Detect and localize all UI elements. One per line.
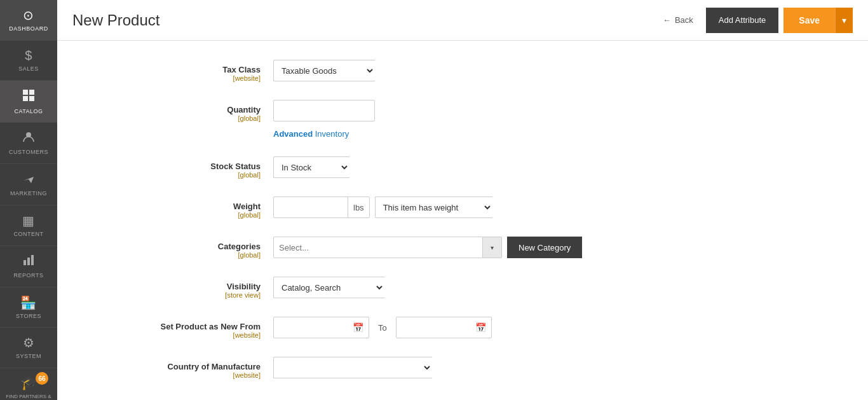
page-title: New Product: [72, 11, 655, 29]
system-icon: ⚙: [23, 335, 35, 350]
sidebar-item-label: CONTENT: [14, 231, 44, 238]
stores-icon: 🏪: [20, 295, 37, 310]
sidebar-item-customers[interactable]: CUSTOMERS: [0, 123, 57, 164]
sidebar-item-reports[interactable]: REPORTS: [0, 246, 57, 287]
tax-class-select[interactable]: Taxable Goods None Shipping Digital Prod…: [273, 60, 375, 81]
sidebar: ⊙ DASHBOARD $ SALES CATALOG CUSTOMERS: [0, 0, 57, 400]
categories-label: Categories: [133, 242, 261, 251]
tax-class-label-group: Tax Class [website]: [133, 60, 273, 82]
calendar-from-icon[interactable]: 📅: [353, 322, 363, 333]
visibility-label-group: Visibility [store view]: [133, 277, 273, 299]
sidebar-item-marketing[interactable]: MARKETING: [0, 164, 57, 205]
date-from-input[interactable]: [279, 318, 349, 337]
svg-rect-2: [23, 96, 28, 101]
marketing-icon: [22, 172, 35, 188]
svg-rect-5: [24, 260, 26, 265]
back-label: Back: [675, 15, 693, 25]
categories-select-wrapper: ▾: [273, 237, 502, 258]
weight-scope: [global]: [133, 211, 261, 219]
svg-rect-7: [31, 255, 34, 265]
svg-rect-1: [29, 90, 34, 95]
sidebar-item-system[interactable]: ⚙ SYSTEM: [0, 328, 57, 368]
stock-status-label-group: Stock Status [global]: [133, 156, 273, 179]
back-arrow-icon: ←: [663, 15, 671, 25]
to-label: To: [374, 323, 391, 333]
date-from-group: 📅: [273, 317, 369, 338]
inventory-text: Inventory: [313, 129, 349, 139]
set-product-new-controls: 📅 To 📅: [273, 317, 492, 338]
product-form: Tax Class [website] Taxable Goods None S…: [57, 41, 868, 400]
country-manufacture-label-group: Country of Manufacture [website]: [133, 357, 273, 379]
customers-icon: [22, 130, 35, 146]
reports-icon: [22, 254, 35, 270]
weight-unit: lbs: [348, 197, 369, 217]
visibility-select[interactable]: Catalog, Search Not Visible Individually…: [273, 277, 384, 298]
categories-input[interactable]: [273, 237, 483, 258]
quantity-input[interactable]: [273, 100, 375, 121]
add-attribute-button[interactable]: Add Attribute: [706, 8, 778, 33]
date-to-input[interactable]: [402, 318, 471, 337]
save-dropdown-button[interactable]: ▾: [835, 8, 853, 33]
stock-status-select-wrapper: In Stock Out of Stock: [273, 156, 349, 178]
sidebar-item-catalog[interactable]: CATALOG: [0, 81, 57, 123]
weight-label-group: Weight [global]: [133, 197, 273, 219]
sidebar-item-sales[interactable]: $ SALES: [0, 41, 57, 81]
catalog-icon: [22, 88, 36, 106]
tax-class-row: Tax Class [website] Taxable Goods None S…: [133, 60, 830, 82]
svg-rect-6: [27, 258, 30, 265]
content-icon: ▦: [22, 213, 35, 228]
weight-row: Weight [global] lbs This item has weight…: [133, 197, 830, 219]
save-button[interactable]: Save: [783, 8, 835, 33]
calendar-to-icon[interactable]: 📅: [475, 322, 486, 333]
extensions-icon: 🎓: [20, 375, 37, 391]
sidebar-item-dashboard[interactable]: ⊙ DASHBOARD: [0, 0, 57, 41]
main-content: New Product ← Back Add Attribute Save ▾ …: [57, 0, 868, 400]
categories-dropdown-btn[interactable]: ▾: [483, 237, 502, 258]
sidebar-item-label: MARKETING: [10, 190, 47, 197]
tax-class-controls: Taxable Goods None Shipping Digital Prod…: [273, 60, 375, 81]
advanced-inventory-link[interactable]: Advanced Inventory: [273, 129, 349, 139]
quantity-label: Quantity: [133, 105, 261, 114]
tax-class-label: Tax Class: [133, 65, 261, 74]
new-category-button[interactable]: New Category: [507, 237, 582, 258]
page-header: New Product ← Back Add Attribute Save ▾: [57, 0, 868, 41]
quantity-label-group: Quantity [global]: [133, 100, 273, 122]
sidebar-item-label: REPORTS: [14, 272, 44, 279]
svg-rect-0: [23, 90, 28, 95]
set-product-new-label: Set Product as New From: [133, 322, 261, 331]
country-manufacture-select[interactable]: United States China Germany Japan: [273, 357, 432, 378]
stock-status-select[interactable]: In Stock Out of Stock: [273, 156, 349, 178]
country-manufacture-select-wrapper: United States China Germany Japan: [273, 357, 432, 378]
categories-row: Categories [global] ▾ New Category: [133, 237, 830, 259]
sidebar-item-label: SALES: [18, 66, 39, 72]
back-button[interactable]: ← Back: [655, 10, 701, 30]
categories-controls: ▾ New Category: [273, 237, 582, 258]
quantity-scope: [global]: [133, 114, 261, 122]
set-product-new-scope: [website]: [133, 331, 261, 339]
set-product-new-label-group: Set Product as New From [website]: [133, 317, 273, 339]
stock-status-row: Stock Status [global] In Stock Out of St…: [133, 156, 830, 179]
sidebar-item-label: STORES: [16, 313, 41, 320]
sales-icon: $: [25, 48, 32, 63]
weight-input[interactable]: [274, 198, 350, 217]
sidebar-item-label: CUSTOMERS: [9, 149, 48, 156]
date-to-group: 📅: [396, 317, 492, 338]
weight-type-select[interactable]: This item has weight This item has no we…: [375, 197, 492, 218]
extensions-badge: 66: [36, 372, 48, 385]
chevron-down-icon: ▾: [842, 15, 846, 25]
country-manufacture-controls: United States China Germany Japan: [273, 357, 432, 378]
sidebar-item-extensions[interactable]: 66 🎓 FIND PARTNERS & EXTENSIONS: [0, 368, 57, 400]
sidebar-item-content[interactable]: ▦ CONTENT: [0, 205, 57, 246]
advanced-text: Advanced: [273, 129, 313, 139]
dashboard-icon: ⊙: [23, 8, 34, 23]
weight-type-select-wrapper: This item has weight This item has no we…: [375, 197, 492, 218]
weight-label: Weight: [133, 202, 261, 211]
visibility-select-wrapper: Catalog, Search Not Visible Individually…: [273, 277, 384, 298]
sidebar-item-stores[interactable]: 🏪 STORES: [0, 287, 57, 328]
sidebar-item-label: CATALOG: [14, 108, 43, 115]
categories-scope: [global]: [133, 251, 261, 259]
tax-class-scope: [website]: [133, 74, 261, 82]
quantity-controls: Advanced Inventory: [273, 100, 375, 139]
visibility-row: Visibility [store view] Catalog, Search …: [133, 277, 830, 299]
sidebar-item-label: DASHBOARD: [9, 25, 48, 32]
